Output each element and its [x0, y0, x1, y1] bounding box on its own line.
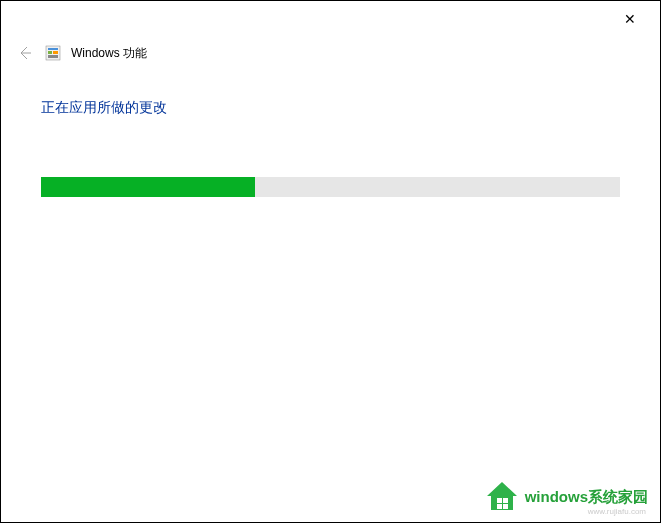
svg-rect-5	[48, 55, 58, 58]
dialog-header: Windows 功能	[1, 37, 660, 69]
svg-rect-6	[497, 498, 502, 503]
back-arrow-icon	[17, 45, 33, 61]
svg-rect-2	[48, 48, 58, 50]
svg-rect-4	[53, 51, 58, 54]
close-icon: ✕	[624, 11, 636, 27]
watermark: windows系统家园 www.rujiafu.com	[483, 480, 648, 514]
progress-bar	[41, 177, 620, 197]
watermark-house-icon	[483, 480, 521, 514]
watermark-text: windows系统家园	[525, 488, 648, 507]
progress-fill	[41, 177, 255, 197]
app-icon	[45, 45, 61, 61]
watermark-url: www.rujiafu.com	[588, 507, 646, 516]
svg-rect-3	[48, 51, 52, 54]
svg-rect-9	[503, 504, 508, 509]
close-button[interactable]: ✕	[608, 5, 652, 33]
svg-rect-8	[497, 504, 502, 509]
dialog-content: 正在应用所做的更改	[1, 69, 660, 227]
titlebar: ✕	[1, 1, 660, 37]
status-heading: 正在应用所做的更改	[41, 99, 620, 117]
dialog-window: ✕ Windows 功能 正在应用所做的更改	[0, 0, 661, 523]
back-button[interactable]	[15, 43, 35, 63]
dialog-title: Windows 功能	[71, 45, 147, 62]
svg-rect-7	[503, 498, 508, 503]
